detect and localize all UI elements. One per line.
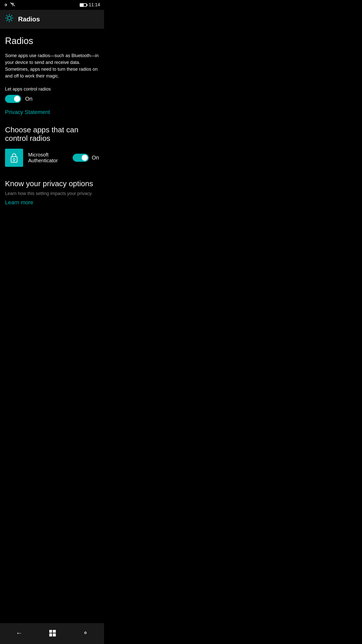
main-content: Radios Some apps use radios—such as Blue…	[0, 29, 104, 211]
svg-point-11	[13, 158, 15, 160]
no-wifi-icon	[10, 2, 15, 8]
privacy-section-title: Know your privacy options	[5, 179, 99, 188]
privacy-section-desc: Learn how this setting impacts your priv…	[5, 191, 99, 196]
app-row: Microsoft Authenticator On	[5, 149, 99, 167]
app-header: Radios	[0, 10, 104, 29]
svg-point-1	[8, 16, 11, 20]
svg-line-8	[11, 15, 12, 17]
clock: 11:14	[89, 2, 100, 8]
airplane-icon: ✈	[4, 2, 8, 8]
let-apps-toggle[interactable]	[5, 95, 21, 103]
authenticator-toggle-row: On	[73, 154, 99, 162]
let-apps-toggle-row: On	[5, 95, 99, 103]
status-bar: ✈ 11:14	[0, 0, 104, 10]
privacy-statement-link[interactable]: Privacy Statement	[5, 109, 99, 115]
svg-point-0	[12, 6, 13, 6]
page-description: Some apps use radios—such as Bluetooth—i…	[5, 52, 99, 79]
svg-line-7	[11, 20, 12, 21]
privacy-section: Know your privacy options Learn how this…	[5, 177, 99, 206]
authenticator-toggle[interactable]	[73, 154, 89, 162]
battery-icon	[80, 3, 87, 7]
svg-line-6	[7, 15, 8, 17]
page-title: Radios	[5, 36, 99, 46]
app-name-authenticator: Microsoft Authenticator	[28, 152, 68, 164]
app-title: Radios	[18, 15, 40, 23]
svg-line-9	[7, 20, 8, 21]
learn-more-link[interactable]: Learn more	[5, 199, 33, 206]
status-icons-left: ✈	[4, 2, 15, 8]
let-apps-toggle-state: On	[25, 96, 32, 102]
app-icon-authenticator	[5, 149, 23, 167]
let-apps-label: Let apps control radios	[5, 87, 99, 92]
authenticator-toggle-state: On	[92, 154, 99, 161]
gear-icon	[5, 13, 14, 25]
choose-apps-title: Choose apps that can control radios	[5, 126, 99, 143]
status-icons-right: 11:14	[80, 2, 100, 8]
